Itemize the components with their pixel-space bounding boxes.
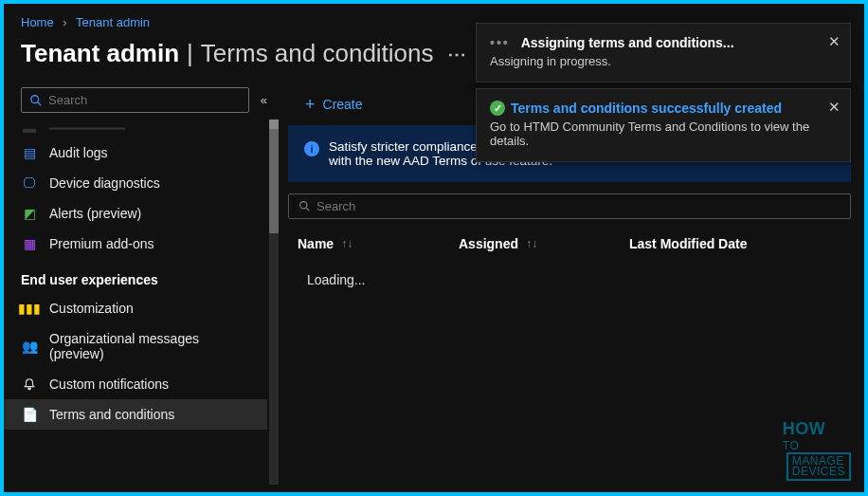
- more-icon[interactable]: ⋯: [447, 43, 466, 65]
- info-icon: i: [304, 141, 319, 156]
- sidebar-search[interactable]: [21, 87, 249, 113]
- sidebar-scrollbar[interactable]: [269, 119, 279, 485]
- sidebar-item-terms-conditions[interactable]: 📄 Terms and conditions: [4, 399, 267, 430]
- sidebar: « ▬ ━━━━━━━━━━ ▤ Audit logs 🖵 Device dia…: [4, 82, 280, 485]
- breadcrumb-separator: ›: [63, 15, 66, 29]
- search-icon: [29, 94, 43, 107]
- toast-title[interactable]: Terms and conditions successfully create…: [511, 101, 782, 116]
- ellipsis-icon: •••: [490, 35, 510, 50]
- sidebar-item-label: Device diagnostics: [49, 175, 160, 191]
- sidebar-item-label: Custom notifications: [49, 377, 169, 392]
- alert-icon: ◩: [21, 206, 38, 221]
- sidebar-item-custom-notifications[interactable]: Custom notifications: [4, 369, 267, 399]
- page-title-main: Tenant admin: [21, 39, 179, 68]
- sidebar-item-label: Alerts (preview): [49, 206, 141, 221]
- page-title-sub: Terms and conditions: [201, 39, 434, 68]
- page-title-separator: |: [187, 39, 193, 68]
- main-search-input[interactable]: [316, 199, 841, 213]
- sort-icon[interactable]: ↑↓: [526, 237, 537, 250]
- breadcrumb-home[interactable]: Home: [21, 15, 54, 29]
- svg-point-0: [31, 95, 39, 102]
- toast-body: Go to HTMD Community Terms and Condition…: [490, 119, 814, 148]
- svg-line-1: [38, 101, 42, 105]
- column-last-modified[interactable]: Last Modified Date: [629, 236, 747, 251]
- collapse-sidebar-icon[interactable]: «: [261, 93, 267, 107]
- sort-icon[interactable]: ↑↓: [341, 237, 353, 250]
- bell-icon: [21, 377, 38, 392]
- sidebar-item-org-messages[interactable]: 👥 Organizational messages (preview): [4, 323, 267, 369]
- scrollbar-thumb[interactable]: [269, 129, 279, 233]
- close-icon[interactable]: ✕: [828, 99, 841, 116]
- search-icon: [298, 200, 311, 212]
- sidebar-item-alerts[interactable]: ◩ Alerts (preview): [4, 198, 267, 229]
- toast-body: Assigning in progress.: [490, 54, 814, 68]
- sidebar-search-input[interactable]: [48, 93, 241, 107]
- svg-line-3: [306, 208, 309, 211]
- toast-stack: ••• Assigning terms and conditions... As…: [476, 23, 851, 162]
- document-icon: 📄: [21, 407, 38, 422]
- close-icon[interactable]: ✕: [828, 33, 841, 50]
- sidebar-item-label: Audit logs: [49, 145, 107, 160]
- column-assigned[interactable]: Assigned ↑↓: [459, 236, 629, 251]
- plus-icon: +: [305, 98, 316, 111]
- create-button-label: Create: [323, 97, 363, 112]
- sidebar-section-heading: End user experiences: [4, 259, 267, 293]
- toast-created[interactable]: ✓ Terms and conditions successfully crea…: [476, 88, 851, 162]
- column-name[interactable]: Name ↑↓: [298, 236, 459, 251]
- sidebar-item-device-diagnostics[interactable]: 🖵 Device diagnostics: [4, 168, 267, 198]
- sidebar-item-audit-logs[interactable]: ▤ Audit logs: [4, 138, 267, 168]
- grid-icon: ▦: [21, 236, 38, 251]
- sidebar-nav: ▬ ━━━━━━━━━━ ▤ Audit logs 🖵 Device diagn…: [4, 120, 280, 430]
- create-button[interactable]: + Create: [298, 93, 371, 116]
- monitor-icon: 🖵: [21, 175, 38, 191]
- toast-assigning: ••• Assigning terms and conditions... As…: [476, 23, 851, 83]
- sidebar-item-label: Terms and conditions: [49, 407, 174, 422]
- table-loading: Loading...: [288, 259, 851, 301]
- sidebar-item-label: Customization: [49, 301, 134, 316]
- table-header: Name ↑↓ Assigned ↑↓ Last Modified Date: [288, 229, 851, 259]
- svg-point-2: [300, 202, 307, 209]
- success-check-icon: ✓: [490, 101, 505, 116]
- breadcrumb-current[interactable]: Tenant admin: [76, 15, 150, 29]
- toast-title: Assigning terms and conditions...: [521, 35, 734, 50]
- log-icon: ▤: [21, 145, 38, 160]
- palette-icon: ▮▮▮: [21, 301, 38, 316]
- gear-icon: ▬: [21, 120, 38, 136]
- main-search[interactable]: [288, 193, 851, 219]
- people-icon: 👥: [21, 339, 38, 354]
- watermark: HOWTO MANAGEDEVICES: [783, 419, 851, 481]
- sidebar-item-premium-addons[interactable]: ▦ Premium add-ons: [4, 229, 267, 259]
- sidebar-item-label: Organizational messages (preview): [49, 331, 239, 361]
- sidebar-item-label: Premium add-ons: [49, 236, 154, 251]
- sidebar-item-truncated[interactable]: ▬ ━━━━━━━━━━: [4, 120, 267, 138]
- sidebar-item-customization[interactable]: ▮▮▮ Customization: [4, 293, 267, 323]
